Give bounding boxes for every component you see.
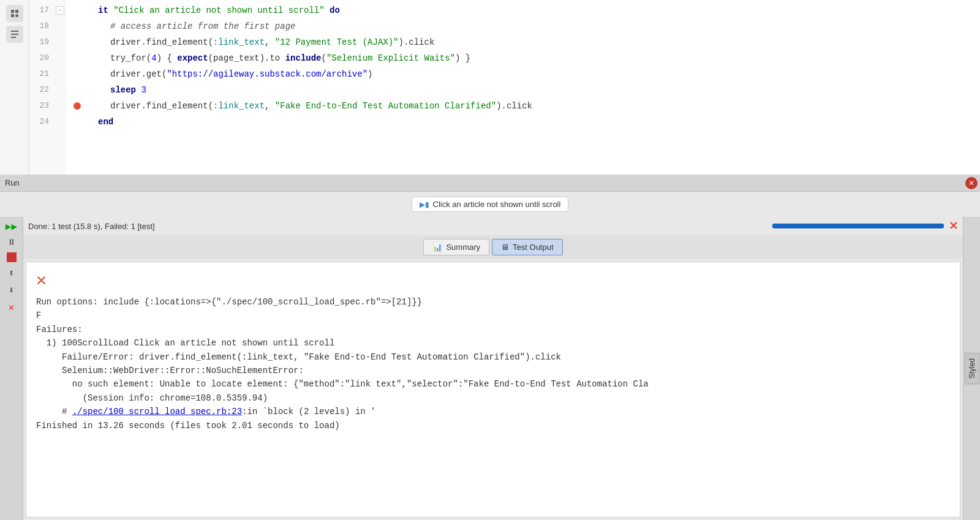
code-content: it "Click an article not shown until scr… xyxy=(66,0,980,175)
output-line-10: Finished in 13.26 seconds (files took 2.… xyxy=(36,419,950,432)
output-line-8: (Session info: chrome=108.0.5359.94) xyxy=(36,391,950,405)
svg-rect-5 xyxy=(11,34,18,35)
svg-rect-6 xyxy=(11,37,16,38)
run-title: Run xyxy=(5,178,20,187)
run-play-button[interactable]: ▶▶ xyxy=(6,220,17,233)
output-line-4: 1) 100ScrollLoad Click an article not sh… xyxy=(36,336,950,350)
string-test-name: "Click an article not shown until scroll… xyxy=(113,6,324,15)
breakpoint-23[interactable] xyxy=(74,102,81,110)
test-play-icon: ▶▮ xyxy=(420,200,429,209)
output-line-2: F xyxy=(36,309,950,322)
svg-rect-1 xyxy=(15,10,18,13)
progress-bar xyxy=(772,224,944,228)
svg-point-3 xyxy=(15,14,18,17)
output-area[interactable]: ✕ Run options: include {:locations=>{"./… xyxy=(26,262,960,518)
styled-tab-button[interactable]: Styled xyxy=(965,353,979,384)
code-line-17: it "Click an article not shown until scr… xyxy=(66,2,980,18)
styled-tab-bar: Styled xyxy=(963,217,980,520)
svg-rect-0 xyxy=(11,10,14,13)
code-line-22: sleep 3 xyxy=(66,82,980,98)
editor-icon-2[interactable] xyxy=(6,26,23,43)
output-line-6: Selenium::WebDriver::Error::NoSuchElemen… xyxy=(36,364,950,377)
status-text: Done: 1 test (15.8 s), Failed: 1 [test] xyxy=(28,222,766,231)
code-editor: 17 18 19 20 21 22 23 24 − it "Click an a… xyxy=(0,0,980,175)
status-bar: Done: 1 test (15.8 s), Failed: 1 [test] … xyxy=(23,217,963,235)
keyword-it: it xyxy=(98,6,113,15)
run-panel: Run ✕ ▶▮ Click an article not shown unti… xyxy=(0,175,980,520)
run-header: Run ✕ xyxy=(0,175,980,192)
progress-fail-icon: ✕ xyxy=(949,219,958,233)
tab-test-output[interactable]: 🖥 Test Output xyxy=(492,239,562,255)
run-pause-button[interactable]: ⏸ xyxy=(7,238,16,247)
tab-summary[interactable]: 📊 Summary xyxy=(423,239,489,255)
code-line-24: end xyxy=(66,114,980,130)
run-toolbar: ▶▶ ⏸ ⬆ ⬇ ✕ xyxy=(0,217,23,520)
output-line-5: Failure/Error: driver.find_element(:link… xyxy=(36,350,950,364)
run-stop-button[interactable] xyxy=(7,252,17,262)
code-line-20: try_for(4) { expect(page_text).to includ… xyxy=(66,50,980,66)
run-close-button[interactable]: ✕ xyxy=(965,177,978,189)
output-line-7: no such element: Unable to locate elemen… xyxy=(36,377,950,391)
tabs-bar: 📊 Summary 🖥 Test Output xyxy=(23,235,963,259)
tab-output-label: Test Output xyxy=(513,243,553,252)
run-down-button[interactable]: ⬇ xyxy=(9,284,15,296)
comment-access: # access article from the first page xyxy=(110,18,295,34)
run-main-area: ▶▶ ⏸ ⬆ ⬇ ✕ Done: 1 test (15.8 s), Failed… xyxy=(0,217,980,520)
test-name-bar: ▶▮ Click an article not shown until scro… xyxy=(0,192,980,217)
test-output-icon: 🖥 xyxy=(501,243,509,252)
output-link[interactable]: ./spec/100_scroll_load_spec.rb:23 xyxy=(72,407,242,416)
test-name-text: Click an article not shown until scroll xyxy=(433,200,561,209)
svg-rect-2 xyxy=(11,14,14,17)
output-line-3: Failures: xyxy=(36,323,950,336)
fold-indicators: − xyxy=(54,0,66,175)
code-line-21: driver.get("https://agileway.substack.co… xyxy=(66,66,980,82)
run-content: Done: 1 test (15.8 s), Failed: 1 [test] … xyxy=(23,217,963,520)
failure-x-icon: ✕ xyxy=(36,269,950,290)
code-line-19: driver.find_element(:link_text, "12 Paym… xyxy=(66,34,980,50)
styled-tab[interactable]: Styled xyxy=(960,376,960,404)
line-numbers: 17 18 19 20 21 22 23 24 xyxy=(29,0,54,175)
run-up-button[interactable]: ⬆ xyxy=(9,267,15,279)
fold-button-17[interactable]: − xyxy=(56,6,64,15)
svg-rect-4 xyxy=(11,31,18,32)
test-name-badge: ▶▮ Click an article not shown until scro… xyxy=(412,197,569,212)
editor-gutter xyxy=(0,0,29,175)
output-line-9: # ./spec/100_scroll_load_spec.rb:23:in `… xyxy=(36,405,950,418)
code-line-23: driver.find_element(:link_text, "Fake En… xyxy=(66,98,980,114)
keyword-do: do xyxy=(330,6,340,15)
code-line-18: # access article from the first page xyxy=(66,18,980,34)
run-cancel-button[interactable]: ✕ xyxy=(9,301,15,314)
tab-summary-label: Summary xyxy=(446,243,480,252)
editor-icon-1[interactable] xyxy=(6,5,23,22)
summary-icon: 📊 xyxy=(432,243,442,252)
close-icon: ✕ xyxy=(968,179,974,187)
output-line-1: Run options: include {:locations=>{"./sp… xyxy=(36,295,950,309)
progress-bar-container: ✕ xyxy=(772,219,958,233)
